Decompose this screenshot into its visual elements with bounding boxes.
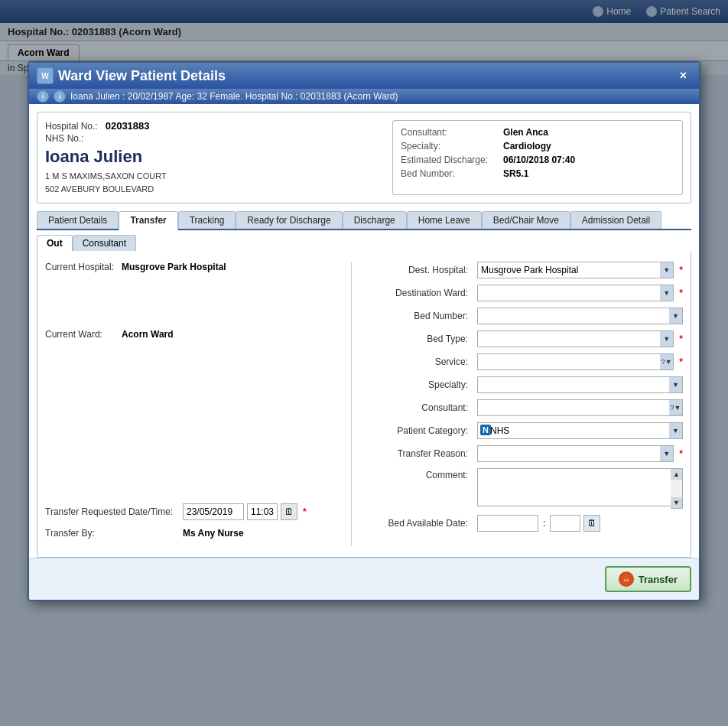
dest-hospital-dropdown-arrow[interactable]: ▼ [660, 262, 674, 278]
comment-row: Comment: ▲ ▼ [359, 468, 683, 509]
bed-number-row: Bed Number: SR5.1 [401, 168, 674, 179]
comment-scroll-up[interactable]: ▲ [671, 469, 682, 480]
modal-close-button[interactable]: × [675, 67, 691, 84]
patient-category-select[interactable]: N NHS [477, 422, 683, 439]
bed-type-select-wrap: ▼ [477, 330, 674, 347]
bed-number-dropdown-arrow[interactable]: ▼ [669, 308, 683, 324]
dest-ward-row: Destination Ward: ▼ * [359, 285, 683, 301]
patient-info-panel: Hospital No.: 02031883 NHS No.: Ioana Ju… [37, 112, 691, 203]
consultant-select-wrap: ?▼ [477, 399, 683, 416]
transfer-reason-row: Transfer Reason: ▼ * [359, 445, 683, 462]
transfer-req-calendar-button[interactable]: 🗓 [281, 503, 297, 520]
specialty-select[interactable] [477, 376, 683, 393]
bed-avail-calendar-button[interactable]: 🗓 [583, 515, 600, 532]
bed-number-field-label: Bed Number: [359, 311, 474, 321]
modal-overlay: W Ward View Patient Details × i i Ioana … [0, 0, 728, 726]
tab-ready-for-discharge[interactable]: Ready for Discharge [236, 211, 342, 229]
tab-discharge[interactable]: Discharge [343, 211, 407, 229]
consultant-field-label: Consultant: [359, 402, 474, 413]
modal-subtitle-strip: i i Ioana Julien : 20/02/1987 Age: 32 Fe… [29, 89, 699, 104]
tab-tracking[interactable]: Tracking [178, 211, 236, 229]
comment-label: Comment: [359, 468, 474, 480]
form-area: Current Hospital: Musgrove Park Hospital… [37, 251, 691, 558]
specialty-label: Specialty: [401, 141, 500, 151]
info-icon-1: i [37, 90, 49, 103]
bed-avail-date-input[interactable] [477, 515, 538, 532]
comment-textarea[interactable] [477, 468, 683, 506]
dest-hospital-row: Dest. Hospital: Musgrove Park Hospital ▼… [359, 262, 683, 278]
transfer-reason-label: Transfer Reason: [359, 448, 474, 459]
bed-number-select[interactable] [477, 308, 683, 324]
patient-address: 1 M S MAXIMS,SAXON COURT 502 AVEBURY BOU… [45, 170, 385, 195]
hosp-no-row: Hospital No.: 02031883 [45, 120, 385, 132]
form-section: Current Hospital: Musgrove Park Hospital… [45, 262, 683, 546]
current-hospital-row: Current Hospital: Musgrove Park Hospital [45, 262, 343, 272]
dest-ward-required: * [679, 288, 683, 298]
patient-addr-line2: 502 AVEBURY BOULEVARD [45, 183, 385, 196]
est-discharge-label: Estimated Discharge: [401, 155, 500, 165]
tab-transfer[interactable]: Transfer [119, 211, 177, 230]
tab-admission-detail[interactable]: Admission Detail [570, 211, 661, 229]
transfer-req-required: * [303, 506, 307, 517]
tab-nav: Patient Details Transfer Tracking Ready … [37, 211, 691, 230]
dest-ward-dropdown-arrow[interactable]: ▼ [660, 285, 674, 301]
tab-patient-details[interactable]: Patient Details [37, 211, 119, 229]
tab-bed-chair-move[interactable]: Bed/Chair Move [482, 211, 570, 229]
patient-category-dropdown-arrow[interactable]: ▼ [669, 422, 683, 439]
service-select[interactable] [477, 353, 674, 370]
consultant-row: Consultant: Glen Anca [401, 127, 674, 138]
dest-ward-select[interactable] [477, 285, 674, 301]
service-select-wrap: ?▼ [477, 353, 674, 370]
consultant-value: Glen Anca [503, 127, 548, 138]
bed-type-select[interactable] [477, 330, 674, 347]
specialty-field-label: Specialty: [359, 379, 474, 390]
hosp-no-label: Hospital No.: [45, 121, 98, 132]
hosp-no-value: 02031883 [106, 120, 150, 132]
bed-avail-inputs: : 🗓 [477, 515, 600, 532]
transfer-reason-required: * [679, 448, 683, 459]
bed-avail-label: Bed Available Date: [359, 518, 474, 529]
modal-title-left: W Ward View Patient Details [37, 67, 226, 84]
transfer-by-row: Transfer By: Ms Any Nurse [45, 528, 343, 539]
modal-title-icon: W [37, 67, 54, 84]
transfer-reason-select[interactable] [477, 445, 674, 462]
consultant-select[interactable] [477, 399, 683, 416]
service-required: * [679, 356, 683, 367]
bed-type-label: Bed Type: [359, 334, 474, 344]
bed-avail-time-input[interactable] [550, 515, 580, 532]
service-label: Service: [359, 356, 474, 367]
transfer-req-datetime: 🗓 * [183, 503, 307, 520]
dest-hospital-required: * [679, 265, 683, 275]
patient-category-row: Patient Category: N NHS N ▼ [359, 422, 683, 439]
dest-ward-select-wrap: ▼ [477, 285, 674, 301]
form-right: Dest. Hospital: Musgrove Park Hospital ▼… [359, 262, 683, 546]
current-ward-row: Current Ward: Acorn Ward [45, 329, 343, 340]
est-discharge-value: 06/10/2018 07:40 [503, 155, 575, 165]
current-hospital-label: Current Hospital: [45, 262, 122, 272]
info-icon-2: i [54, 90, 66, 103]
bed-number-value: SR5.1 [503, 168, 528, 179]
transfer-req-time-input[interactable] [247, 503, 278, 520]
dest-hospital-select[interactable]: Musgrove Park Hospital [477, 262, 674, 278]
sub-tab-consultant[interactable]: Consultant [73, 235, 136, 251]
transfer-req-date-label: Transfer Requested Date/Time: [45, 506, 183, 517]
sub-tab-out[interactable]: Out [37, 235, 73, 251]
transfer-reason-dropdown-arrow[interactable]: ▼ [660, 445, 674, 462]
transfer-req-date-input[interactable] [183, 503, 244, 520]
est-discharge-row: Estimated Discharge: 06/10/2018 07:40 [401, 155, 674, 165]
sub-tab-nav: Out Consultant [37, 235, 691, 251]
service-question-btn[interactable]: ?▼ [660, 353, 674, 370]
tab-home-leave[interactable]: Home Leave [407, 211, 482, 229]
specialty-dropdown-arrow[interactable]: ▼ [669, 376, 683, 393]
patient-category-label: Patient Category: [359, 425, 474, 436]
transfer-reason-select-wrap: ▼ [477, 445, 674, 462]
comment-scroll-down[interactable]: ▼ [671, 497, 682, 508]
consultant-question-btn[interactable]: ?▼ [669, 399, 683, 416]
dest-hospital-select-wrap: Musgrove Park Hospital ▼ [477, 262, 674, 278]
consultant-label: Consultant: [401, 127, 500, 138]
bed-type-dropdown-arrow[interactable]: ▼ [660, 330, 674, 347]
transfer-button[interactable]: ↔ Transfer [605, 566, 691, 592]
bed-type-row: Bed Type: ▼ * [359, 330, 683, 347]
modal-title: Ward View Patient Details [58, 68, 226, 84]
bed-number-field-row: Bed Number: ▼ [359, 308, 683, 324]
